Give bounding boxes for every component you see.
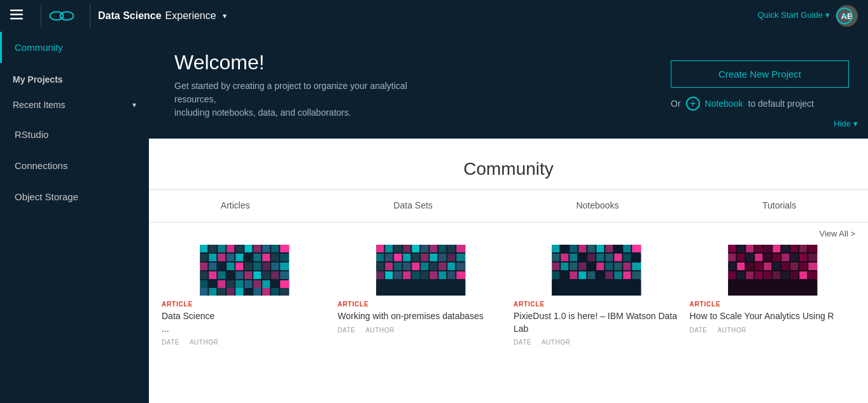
author-label-4: AUTHOR xyxy=(717,327,746,334)
svg-rect-27 xyxy=(209,263,216,270)
svg-rect-40 xyxy=(235,271,243,279)
sidebar-item-object-storage[interactable]: Object Storage xyxy=(0,181,149,212)
svg-rect-67 xyxy=(376,245,384,252)
sidebar-item-connections[interactable]: Connections xyxy=(0,150,149,181)
svg-rect-32 xyxy=(253,263,261,270)
svg-rect-54 xyxy=(271,280,279,288)
svg-rect-57 xyxy=(209,288,216,296)
svg-rect-12 xyxy=(253,245,261,252)
svg-point-4 xyxy=(60,12,74,20)
svg-rect-177 xyxy=(781,263,789,270)
app-name-bold: Data Science xyxy=(98,10,162,22)
svg-rect-128 xyxy=(632,254,641,261)
description-line1: Get started by creating a project to org… xyxy=(174,81,407,104)
date-label-1: DATE xyxy=(162,339,179,346)
svg-rect-178 xyxy=(790,263,798,270)
svg-rect-18 xyxy=(218,254,225,261)
svg-rect-26 xyxy=(200,263,207,270)
svg-rect-70 xyxy=(403,245,410,252)
object-storage-label: Object Storage xyxy=(15,191,78,202)
svg-rect-140 xyxy=(561,271,568,279)
quick-start-guide[interactable]: Quick Start Guide ▾ xyxy=(757,10,830,20)
author-label-2: AUTHOR xyxy=(365,327,394,334)
svg-rect-129 xyxy=(552,263,559,270)
tab-articles[interactable]: Articles xyxy=(206,190,265,222)
community-tabs: Articles Data Sets Notebooks Tutorials xyxy=(149,190,868,222)
author-label-3: AUTHOR xyxy=(542,339,570,346)
svg-rect-189 xyxy=(799,271,807,279)
svg-rect-43 xyxy=(262,271,270,279)
date-label-2: DATE xyxy=(338,327,356,334)
svg-rect-172 xyxy=(737,263,745,270)
article-card-2[interactable]: ARTICLE Working with on-premises databas… xyxy=(338,245,504,346)
article-title-3: PixieDust 1.0 is here! – IBM Watson Data… xyxy=(514,310,680,335)
svg-rect-126 xyxy=(614,254,622,261)
create-project-button[interactable]: Create New Project xyxy=(671,60,849,88)
sidebar-item-rstudio[interactable]: RStudio xyxy=(0,119,149,150)
svg-rect-33 xyxy=(262,263,270,270)
welcome-heading: Welcome! xyxy=(174,51,633,74)
svg-rect-187 xyxy=(781,271,789,279)
svg-rect-23 xyxy=(262,254,270,261)
article-card-3[interactable]: ARTICLE PixieDust 1.0 is here! – IBM Wat… xyxy=(514,245,680,346)
svg-rect-42 xyxy=(253,271,261,279)
notebook-link[interactable]: Notebook xyxy=(705,99,743,109)
svg-rect-173 xyxy=(746,263,753,270)
svg-rect-20 xyxy=(235,254,243,261)
article-title-2: Working with on-premises databases xyxy=(338,310,504,323)
svg-rect-114 xyxy=(596,245,604,252)
svg-rect-83 xyxy=(430,254,437,261)
svg-rect-8 xyxy=(218,245,225,252)
svg-rect-89 xyxy=(394,263,402,270)
article-meta-2: DATE AUTHOR xyxy=(338,327,504,334)
article-thumbnail-1 xyxy=(162,245,328,296)
sidebar-item-community[interactable]: Community xyxy=(0,32,149,63)
svg-rect-52 xyxy=(253,280,261,288)
welcome-subtext: Get started by creating a project to org… xyxy=(174,79,442,120)
hide-button[interactable]: Hide ▾ xyxy=(834,119,858,128)
tab-datasets[interactable]: Data Sets xyxy=(378,190,447,222)
svg-rect-111 xyxy=(570,245,577,252)
app-title-chevron[interactable]: ▾ xyxy=(223,11,227,20)
view-all-link[interactable]: View All > xyxy=(149,222,868,245)
svg-rect-103 xyxy=(430,271,437,279)
tab-tutorials[interactable]: Tutorials xyxy=(747,190,811,222)
svg-rect-63 xyxy=(262,288,270,296)
svg-rect-44 xyxy=(271,271,279,279)
top-navigation: Data Science Experience ▾ Quick Start Gu… xyxy=(0,0,868,32)
recent-items-label: Recent Items xyxy=(13,100,65,110)
svg-rect-186 xyxy=(773,271,780,279)
svg-rect-36 xyxy=(200,271,207,279)
to-default-label: to default project xyxy=(748,99,815,109)
notebook-plus-button[interactable]: + xyxy=(686,97,700,111)
hamburger-menu-icon[interactable] xyxy=(10,10,23,23)
svg-rect-77 xyxy=(376,254,384,261)
svg-rect-185 xyxy=(764,271,771,279)
svg-rect-22 xyxy=(253,254,261,261)
nav-separator xyxy=(41,4,41,27)
svg-rect-134 xyxy=(596,263,604,270)
svg-rect-184 xyxy=(755,271,762,279)
article-badge-3: ARTICLE xyxy=(514,296,680,310)
svg-rect-115 xyxy=(605,245,613,252)
svg-rect-28 xyxy=(218,263,225,270)
article-card-4[interactable]: ARTICLE How to Scale Your Analytics Usin… xyxy=(690,245,856,346)
hide-chevron: ▾ xyxy=(853,119,858,128)
svg-rect-107 xyxy=(376,280,465,296)
sidebar-item-recent-items[interactable]: Recent Items ▾ xyxy=(0,91,149,119)
svg-rect-17 xyxy=(209,254,216,261)
article-card-1[interactable]: ARTICLE Data Science... DATE AUTHOR xyxy=(162,245,328,346)
svg-rect-61 xyxy=(244,288,252,296)
svg-rect-122 xyxy=(578,254,586,261)
svg-rect-21 xyxy=(244,254,252,261)
svg-rect-86 xyxy=(456,254,465,261)
tab-notebooks[interactable]: Notebooks xyxy=(561,190,634,222)
svg-rect-119 xyxy=(552,254,559,261)
svg-rect-14 xyxy=(271,245,279,252)
article-thumbnail-4 xyxy=(690,245,856,296)
add-button[interactable]: + xyxy=(836,8,853,24)
svg-rect-123 xyxy=(587,254,595,261)
svg-rect-97 xyxy=(376,271,384,279)
svg-rect-113 xyxy=(587,245,595,252)
svg-rect-159 xyxy=(799,245,807,252)
